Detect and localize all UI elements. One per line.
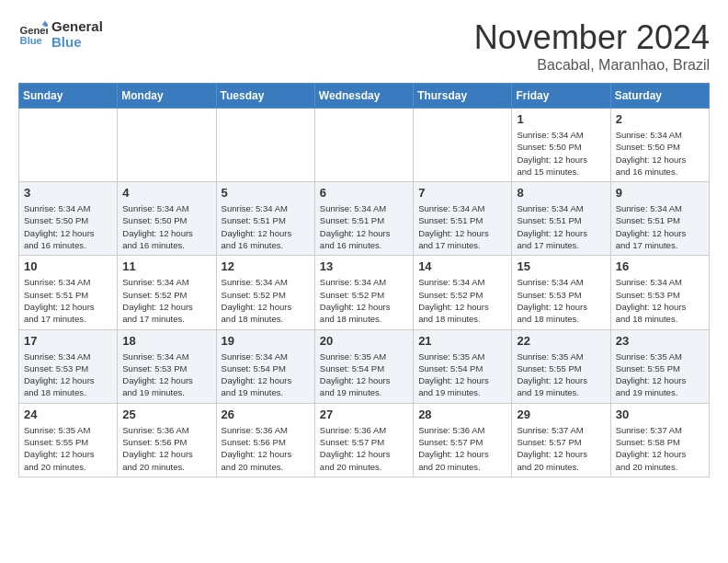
logo-blue: Blue [51, 34, 103, 50]
day-info: Sunrise: 5:34 AM Sunset: 5:51 PM Dayligh… [320, 202, 408, 251]
day-number: 2 [616, 112, 704, 126]
day-cell [19, 109, 118, 182]
day-number: 6 [320, 186, 408, 200]
day-info: Sunrise: 5:34 AM Sunset: 5:53 PM Dayligh… [24, 350, 112, 399]
week-row-1: 1Sunrise: 5:34 AM Sunset: 5:50 PM Daylig… [19, 109, 710, 182]
day-info: Sunrise: 5:34 AM Sunset: 5:54 PM Dayligh… [222, 350, 310, 399]
day-info: Sunrise: 5:35 AM Sunset: 5:54 PM Dayligh… [418, 350, 506, 399]
calendar-table: SundayMondayTuesdayWednesdayThursdayFrid… [18, 83, 710, 477]
header-row: SundayMondayTuesdayWednesdayThursdayFrid… [19, 84, 710, 109]
day-cell: 12Sunrise: 5:34 AM Sunset: 5:52 PM Dayli… [216, 256, 314, 329]
month-title: November 2024 [474, 18, 710, 57]
svg-text:Blue: Blue [20, 35, 42, 46]
day-info: Sunrise: 5:34 AM Sunset: 5:51 PM Dayligh… [517, 202, 605, 251]
day-number: 24 [24, 408, 112, 421]
col-header-tuesday: Tuesday [216, 84, 314, 109]
day-cell: 27Sunrise: 5:36 AM Sunset: 5:57 PM Dayli… [314, 403, 413, 477]
day-info: Sunrise: 5:35 AM Sunset: 5:55 PM Dayligh… [517, 350, 605, 399]
day-cell: 30Sunrise: 5:37 AM Sunset: 5:58 PM Dayli… [610, 403, 709, 477]
day-number: 4 [122, 186, 210, 200]
day-cell: 8Sunrise: 5:34 AM Sunset: 5:51 PM Daylig… [512, 182, 610, 256]
day-info: Sunrise: 5:35 AM Sunset: 5:55 PM Dayligh… [24, 424, 112, 473]
day-info: Sunrise: 5:34 AM Sunset: 5:52 PM Dayligh… [320, 276, 408, 325]
day-info: Sunrise: 5:34 AM Sunset: 5:53 PM Dayligh… [122, 350, 210, 399]
day-number: 5 [222, 186, 310, 200]
day-number: 3 [24, 186, 112, 200]
day-number: 7 [418, 186, 506, 200]
day-cell [216, 109, 314, 182]
day-info: Sunrise: 5:34 AM Sunset: 5:50 PM Dayligh… [616, 129, 704, 178]
day-cell: 1Sunrise: 5:34 AM Sunset: 5:50 PM Daylig… [512, 109, 610, 182]
day-cell: 15Sunrise: 5:34 AM Sunset: 5:53 PM Dayli… [512, 256, 610, 329]
day-cell: 6Sunrise: 5:34 AM Sunset: 5:51 PM Daylig… [314, 182, 413, 256]
day-number: 28 [418, 408, 506, 421]
day-number: 14 [418, 259, 506, 273]
day-number: 15 [517, 259, 605, 273]
day-number: 29 [517, 408, 605, 421]
day-number: 27 [320, 408, 408, 421]
day-number: 1 [517, 112, 605, 126]
col-header-wednesday: Wednesday [314, 84, 413, 109]
logo-general: General [51, 18, 103, 34]
day-cell [314, 109, 413, 182]
day-number: 23 [616, 334, 704, 348]
day-info: Sunrise: 5:36 AM Sunset: 5:56 PM Dayligh… [122, 424, 210, 473]
day-info: Sunrise: 5:34 AM Sunset: 5:51 PM Dayligh… [616, 202, 704, 251]
col-header-sunday: Sunday [19, 84, 118, 109]
day-cell: 24Sunrise: 5:35 AM Sunset: 5:55 PM Dayli… [19, 403, 118, 477]
day-cell [414, 109, 512, 182]
day-info: Sunrise: 5:36 AM Sunset: 5:57 PM Dayligh… [418, 424, 506, 473]
day-number: 10 [24, 259, 112, 273]
day-cell: 20Sunrise: 5:35 AM Sunset: 5:54 PM Dayli… [314, 329, 413, 403]
day-cell: 17Sunrise: 5:34 AM Sunset: 5:53 PM Dayli… [19, 329, 118, 403]
day-info: Sunrise: 5:34 AM Sunset: 5:52 PM Dayligh… [418, 276, 506, 325]
day-info: Sunrise: 5:34 AM Sunset: 5:50 PM Dayligh… [122, 202, 210, 251]
day-number: 20 [320, 334, 408, 348]
day-number: 9 [616, 186, 704, 200]
day-info: Sunrise: 5:37 AM Sunset: 5:57 PM Dayligh… [517, 424, 605, 473]
col-header-friday: Friday [512, 84, 610, 109]
day-cell [118, 109, 216, 182]
day-info: Sunrise: 5:34 AM Sunset: 5:53 PM Dayligh… [517, 276, 605, 325]
day-number: 12 [222, 259, 310, 273]
col-header-saturday: Saturday [610, 84, 709, 109]
day-info: Sunrise: 5:36 AM Sunset: 5:57 PM Dayligh… [320, 424, 408, 473]
day-cell: 2Sunrise: 5:34 AM Sunset: 5:50 PM Daylig… [610, 109, 709, 182]
week-row-2: 3Sunrise: 5:34 AM Sunset: 5:50 PM Daylig… [19, 182, 710, 256]
day-cell: 19Sunrise: 5:34 AM Sunset: 5:54 PM Dayli… [216, 329, 314, 403]
week-row-5: 24Sunrise: 5:35 AM Sunset: 5:55 PM Dayli… [19, 403, 710, 477]
day-info: Sunrise: 5:34 AM Sunset: 5:50 PM Dayligh… [24, 202, 112, 251]
day-info: Sunrise: 5:36 AM Sunset: 5:56 PM Dayligh… [222, 424, 310, 473]
day-cell: 25Sunrise: 5:36 AM Sunset: 5:56 PM Dayli… [118, 403, 216, 477]
day-cell: 18Sunrise: 5:34 AM Sunset: 5:53 PM Dayli… [118, 329, 216, 403]
week-row-4: 17Sunrise: 5:34 AM Sunset: 5:53 PM Dayli… [19, 329, 710, 403]
day-number: 21 [418, 334, 506, 348]
day-number: 16 [616, 259, 704, 273]
header: General Blue General Blue November 2024 … [18, 18, 710, 74]
day-cell: 9Sunrise: 5:34 AM Sunset: 5:51 PM Daylig… [610, 182, 709, 256]
day-info: Sunrise: 5:34 AM Sunset: 5:51 PM Dayligh… [222, 202, 310, 251]
day-cell: 29Sunrise: 5:37 AM Sunset: 5:57 PM Dayli… [512, 403, 610, 477]
day-number: 11 [122, 259, 210, 273]
day-info: Sunrise: 5:35 AM Sunset: 5:55 PM Dayligh… [616, 350, 704, 399]
day-info: Sunrise: 5:34 AM Sunset: 5:51 PM Dayligh… [418, 202, 506, 251]
day-cell: 4Sunrise: 5:34 AM Sunset: 5:50 PM Daylig… [118, 182, 216, 256]
day-cell: 21Sunrise: 5:35 AM Sunset: 5:54 PM Dayli… [414, 329, 512, 403]
day-cell: 10Sunrise: 5:34 AM Sunset: 5:51 PM Dayli… [19, 256, 118, 329]
day-info: Sunrise: 5:34 AM Sunset: 5:50 PM Dayligh… [517, 129, 605, 178]
day-info: Sunrise: 5:35 AM Sunset: 5:54 PM Dayligh… [320, 350, 408, 399]
day-cell: 16Sunrise: 5:34 AM Sunset: 5:53 PM Dayli… [610, 256, 709, 329]
day-info: Sunrise: 5:34 AM Sunset: 5:52 PM Dayligh… [122, 276, 210, 325]
day-cell: 3Sunrise: 5:34 AM Sunset: 5:50 PM Daylig… [19, 182, 118, 256]
day-cell: 23Sunrise: 5:35 AM Sunset: 5:55 PM Dayli… [610, 329, 709, 403]
day-number: 25 [122, 408, 210, 421]
day-number: 22 [517, 334, 605, 348]
day-cell: 14Sunrise: 5:34 AM Sunset: 5:52 PM Dayli… [414, 256, 512, 329]
col-header-thursday: Thursday [414, 84, 512, 109]
day-info: Sunrise: 5:34 AM Sunset: 5:52 PM Dayligh… [222, 276, 310, 325]
day-cell: 26Sunrise: 5:36 AM Sunset: 5:56 PM Dayli… [216, 403, 314, 477]
day-number: 18 [122, 334, 210, 348]
title-block: November 2024 Bacabal, Maranhao, Brazil [474, 18, 710, 74]
day-number: 19 [222, 334, 310, 348]
day-info: Sunrise: 5:34 AM Sunset: 5:51 PM Dayligh… [24, 276, 112, 325]
